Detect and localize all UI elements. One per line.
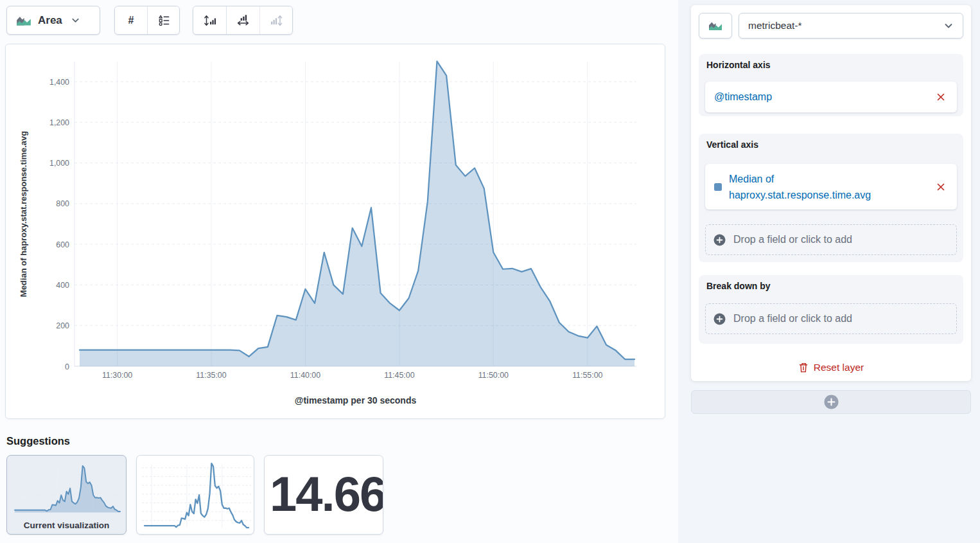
- index-pattern-select[interactable]: metricbeat-*: [739, 13, 963, 39]
- y-axis-title: Median of haproxy.stat.response.time.avg: [19, 131, 28, 297]
- chart-type-label: Area: [38, 14, 62, 27]
- reset-layer-label: Reset layer: [814, 362, 864, 373]
- series-color-swatch: [714, 183, 722, 191]
- area-chart-icon: [15, 14, 32, 27]
- chevron-down-icon: [71, 15, 80, 25]
- vertical-axis-dropzone[interactable]: Drop a field or click to add: [705, 224, 957, 255]
- layer-config-panel: metricbeat-* Horizontal axis @timestamp …: [691, 5, 971, 381]
- svg-text:1,200: 1,200: [49, 118, 69, 127]
- suggestion-metric[interactable]: 14.66: [264, 455, 383, 535]
- suggestions-heading: Suggestions: [6, 435, 70, 447]
- svg-text:400: 400: [56, 281, 69, 290]
- vertical-axis-section: Vertical axis Median of haproxy.stat.res…: [699, 134, 963, 262]
- reset-layer-button[interactable]: Reset layer: [691, 357, 971, 378]
- svg-text:1,400: 1,400: [49, 78, 69, 87]
- workspace-chart-panel: 02004006008001,0001,2001,40011:30:0011:3…: [5, 44, 665, 419]
- svg-text:11:35:00: 11:35:00: [196, 371, 226, 380]
- svg-text:11:55:00: 11:55:00: [572, 371, 602, 380]
- svg-text:11:40:00: 11:40:00: [290, 371, 320, 380]
- axis-options-group: [193, 6, 293, 35]
- suggestion-area-thumbnail: [7, 456, 127, 517]
- vertical-axis-title: Vertical axis: [706, 139, 758, 150]
- plus-circle-icon: [824, 395, 839, 409]
- remove-vertical-field-button[interactable]: [934, 180, 948, 194]
- horizontal-axis-field[interactable]: @timestamp: [705, 82, 957, 112]
- break-down-title: Break down by: [706, 281, 771, 291]
- legend-button[interactable]: [147, 6, 179, 34]
- vertical-axis-icon: [203, 13, 217, 28]
- suggestion-line-chart[interactable]: [136, 455, 254, 535]
- add-layer-button[interactable]: [691, 390, 971, 414]
- horizontal-axis-icon: [236, 13, 250, 28]
- svg-text:11:50:00: 11:50:00: [478, 371, 509, 380]
- layer-chart-type-button[interactable]: [699, 13, 732, 39]
- x-axis-title: @timestamp per 30 seconds: [74, 395, 636, 405]
- suggestion-line-thumbnail: [137, 456, 254, 535]
- right-axis-icon: [269, 13, 283, 28]
- chevron-down-icon: [943, 21, 954, 31]
- svg-text:800: 800: [56, 199, 69, 208]
- current-visualization-label: Current visualization: [7, 521, 126, 530]
- vertical-axis-field[interactable]: Median of haproxy.stat.response.time.avg: [705, 164, 957, 209]
- metric-value: 14.66: [270, 466, 383, 522]
- suggestion-current[interactable]: Current visualization: [6, 455, 127, 535]
- trash-icon: [798, 362, 809, 373]
- plus-circle-icon: [713, 313, 726, 325]
- dropzone-placeholder: Drop a field or click to add: [733, 313, 852, 325]
- svg-text:1,000: 1,000: [49, 159, 69, 168]
- right-axis-button[interactable]: [259, 6, 292, 34]
- area-chart[interactable]: 02004006008001,0001,2001,40011:30:0011:3…: [6, 44, 665, 418]
- remove-horizontal-field-button[interactable]: [934, 90, 948, 104]
- x-icon: [937, 183, 945, 191]
- left-axis-button[interactable]: [193, 6, 226, 34]
- value-labels-button[interactable]: #: [115, 6, 147, 34]
- area-chart-icon: [708, 20, 723, 31]
- break-down-section: Break down by Drop a field or click to a…: [699, 275, 963, 344]
- svg-text:200: 200: [56, 321, 69, 330]
- index-pattern-value: metricbeat-*: [748, 20, 943, 31]
- horizontal-axis-section: Horizontal axis @timestamp: [699, 54, 963, 116]
- legend-list-icon: [157, 13, 170, 27]
- value-labels-label: #: [128, 15, 134, 26]
- bottom-axis-button[interactable]: [226, 6, 259, 34]
- dropzone-placeholder: Drop a field or click to add: [733, 234, 852, 245]
- horizontal-axis-field-label: @timestamp: [714, 91, 772, 103]
- chart-type-button[interactable]: Area: [6, 6, 100, 35]
- svg-text:11:30:00: 11:30:00: [102, 371, 132, 380]
- display-options-group: #: [114, 6, 180, 35]
- lens-editor: Area #: [0, 0, 980, 543]
- svg-text:0: 0: [65, 362, 69, 371]
- svg-text:600: 600: [56, 240, 69, 249]
- svg-text:11:45:00: 11:45:00: [384, 371, 414, 380]
- plus-circle-icon: [713, 234, 726, 246]
- break-down-dropzone[interactable]: Drop a field or click to add: [705, 303, 957, 334]
- horizontal-axis-title: Horizontal axis: [706, 60, 771, 70]
- x-icon: [937, 93, 945, 101]
- vertical-axis-field-label: Median of haproxy.stat.response.time.avg: [729, 171, 910, 203]
